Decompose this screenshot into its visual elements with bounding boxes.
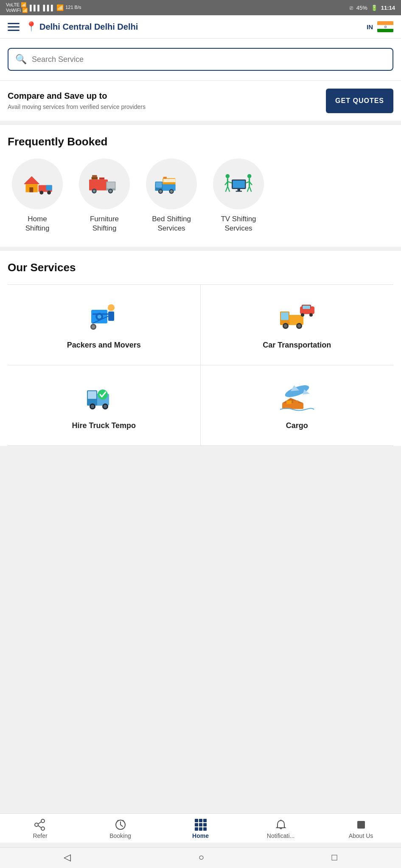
about-icon <box>355 819 367 831</box>
language-badge[interactable]: IN <box>367 23 373 31</box>
packers-movers-label: Packers and Movers <box>67 341 141 350</box>
service-card-packers[interactable]: ⚙ Packers and Movers <box>8 285 201 365</box>
svg-point-82 <box>35 823 38 826</box>
svg-point-73 <box>104 405 107 408</box>
bottom-navigation: Refer Booking Home Notifi <box>0 813 401 843</box>
svg-line-32 <box>227 186 230 192</box>
svg-rect-55 <box>281 312 289 320</box>
car-transportation-label: Car Transportation <box>263 341 331 350</box>
home-shifting-label: HomeShifting <box>25 214 50 233</box>
service-card-truck-tempo[interactable]: Hire Truck Tempo <box>8 365 201 446</box>
frequently-booked-section: Frequently Booked HomeShifting <box>0 125 401 247</box>
promo-headline: Compare and Save up to <box>8 90 146 101</box>
svg-line-84 <box>38 822 41 824</box>
svg-rect-22 <box>163 179 176 182</box>
svg-point-37 <box>247 174 252 178</box>
menu-button[interactable] <box>8 23 20 31</box>
furniture-shifting-icon <box>79 159 130 209</box>
svg-text:⚙: ⚙ <box>98 314 101 319</box>
frequently-booked-title: Frequently Booked <box>8 135 393 148</box>
search-bar[interactable]: 🔍 <box>8 48 393 71</box>
search-input[interactable] <box>32 55 386 64</box>
home-grid-icon <box>195 819 207 831</box>
svg-rect-10 <box>92 177 98 179</box>
wifi-icon: 📶 <box>56 4 64 11</box>
svg-point-60 <box>301 313 304 317</box>
service-bed-shifting[interactable]: Bed ShiftingServices <box>142 159 201 233</box>
svg-point-63 <box>284 324 287 328</box>
svg-rect-9 <box>107 182 115 188</box>
bed-shifting-label: Bed ShiftingServices <box>152 214 191 233</box>
svg-point-6 <box>47 191 51 195</box>
home-indicator-bar: ◁ ○ □ <box>0 847 401 868</box>
signal-bars-2: ▌▌▌ <box>43 5 55 11</box>
battery-icon: 🔋 <box>371 5 378 11</box>
screen-record-icon: ⎚ <box>350 5 353 11</box>
svg-point-47 <box>108 304 115 311</box>
svg-point-24 <box>159 190 162 192</box>
notification-icon <box>275 819 287 831</box>
svg-line-85 <box>38 826 41 828</box>
svg-line-41 <box>247 186 250 192</box>
nav-booking-label: Booking <box>109 832 131 839</box>
nav-refer-label: Refer <box>33 832 47 839</box>
refer-icon <box>34 819 46 831</box>
location-wrapper[interactable]: 📍 Delhi Central Delhi Delhi <box>25 21 138 32</box>
svg-rect-36 <box>236 191 242 192</box>
svg-point-83 <box>41 827 45 830</box>
nav-notifications-label: Notificati... <box>267 832 294 839</box>
status-bar: VoLTE 📶VoWiFi 📶 ▌▌▌ ▌▌▌ 📶 121 B/s ⎚ 45% … <box>0 0 401 15</box>
services-grid: ⚙ Packers and Movers <box>8 284 393 446</box>
nav-about-label: About Us <box>349 832 373 839</box>
our-services-title: Our Services <box>8 261 393 274</box>
battery-level: 45% <box>356 5 367 11</box>
svg-point-61 <box>309 313 313 317</box>
service-furniture-shifting[interactable]: FurnitureShifting <box>75 159 134 233</box>
service-home-shifting[interactable]: HomeShifting <box>8 159 67 233</box>
svg-line-31 <box>226 186 228 192</box>
location-label: Delhi Central Delhi Delhi <box>39 22 138 32</box>
back-button[interactable]: ◁ <box>64 852 71 863</box>
nav-home-label: Home <box>192 832 209 839</box>
tv-shifting-label: TV ShiftingServices <box>221 214 256 233</box>
svg-point-69 <box>98 389 108 400</box>
nav-booking[interactable]: Booking <box>104 819 137 839</box>
our-services-section: Our Services ⚙ <box>0 251 401 446</box>
svg-marker-78 <box>282 398 303 403</box>
service-card-cargo[interactable]: Cargo <box>201 365 394 446</box>
promo-text: Compare and Save up to Avail moving serv… <box>8 90 146 111</box>
svg-point-16 <box>109 190 112 192</box>
furniture-shifting-label: FurnitureShifting <box>90 214 119 233</box>
service-card-car-transport[interactable]: Car Transportation <box>201 285 394 365</box>
nav-notifications[interactable]: Notificati... <box>264 819 298 839</box>
svg-point-26 <box>170 190 173 192</box>
signal-bars-1: ▌▌▌ <box>30 5 42 11</box>
home-button[interactable]: ○ <box>199 852 204 863</box>
nav-about[interactable]: About Us <box>344 819 378 839</box>
svg-point-14 <box>93 190 95 192</box>
svg-point-81 <box>41 819 45 823</box>
volte-label: VoLTE 📶VoWiFi 📶 <box>6 2 28 13</box>
promo-subtext: Avail moving services from verified serv… <box>8 103 146 111</box>
svg-rect-2 <box>29 187 33 192</box>
svg-line-42 <box>250 186 252 192</box>
svg-rect-34 <box>233 181 245 188</box>
frequently-booked-list: HomeShifting <box>8 159 393 236</box>
header-left: 📍 Delhi Central Delhi Delhi <box>8 21 138 32</box>
svg-point-27 <box>226 174 230 178</box>
service-tv-shifting[interactable]: TV ShiftingServices <box>209 159 268 233</box>
clock: 11:14 <box>381 5 395 11</box>
nav-home[interactable]: Home <box>184 819 218 839</box>
location-pin-icon: 📍 <box>25 21 37 32</box>
svg-rect-7 <box>89 180 108 191</box>
nav-refer[interactable]: Refer <box>23 819 57 839</box>
svg-rect-35 <box>238 189 240 191</box>
search-section: 🔍 <box>0 39 401 80</box>
packers-movers-icon: ⚙ <box>85 300 123 334</box>
recents-button[interactable]: □ <box>331 852 337 863</box>
svg-rect-19 <box>156 182 162 188</box>
status-right: ⎚ 45% 🔋 11:14 <box>350 5 395 11</box>
get-quotes-button[interactable]: GET QUOTES <box>326 89 393 113</box>
home-shifting-icon <box>12 159 63 209</box>
svg-rect-59 <box>303 306 310 309</box>
